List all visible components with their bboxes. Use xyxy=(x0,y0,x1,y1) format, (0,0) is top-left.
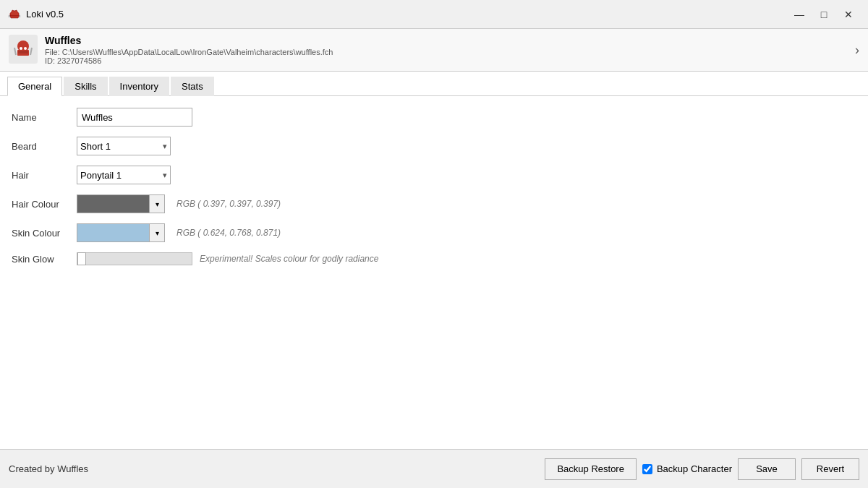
hair-row: Hair Ponytail 1 Ponytail 2 Short 1 Short… xyxy=(12,166,856,184)
hair-select-wrapper: Ponytail 1 Ponytail 2 Short 1 Short 2 Lo… xyxy=(77,166,171,184)
skin-glow-label: Skin Glow xyxy=(12,254,77,265)
app-icon xyxy=(9,9,20,20)
name-input[interactable] xyxy=(77,108,192,127)
hair-select[interactable]: Ponytail 1 Ponytail 2 Short 1 Short 2 Lo… xyxy=(77,166,171,184)
character-id: ID: 2327074586 xyxy=(45,56,848,65)
hair-colour-label: Hair Colour xyxy=(12,199,77,210)
form-area: Name Beard Short 1 Short 2 Long 1 Long 2… xyxy=(0,96,868,449)
svg-rect-5 xyxy=(18,51,28,53)
minimize-button[interactable]: — xyxy=(788,6,810,23)
skin-glow-row: Skin Glow Experimental! Scales colour fo… xyxy=(12,252,856,265)
skin-colour-row: Skin Colour ▾ RGB ( 0.624, 0.768, 0.871) xyxy=(12,223,856,242)
app-title: Loki v0.5 xyxy=(26,9,64,20)
maximize-button[interactable]: □ xyxy=(813,6,835,23)
tab-skills[interactable]: Skills xyxy=(64,77,107,96)
beard-row: Beard Short 1 Short 2 Long 1 Long 2 None xyxy=(12,137,856,155)
title-bar-left: Loki v0.5 xyxy=(9,9,64,20)
beard-select[interactable]: Short 1 Short 2 Long 1 Long 2 None xyxy=(77,137,171,155)
skin-colour-dropdown[interactable]: ▾ xyxy=(149,223,165,242)
beard-select-wrapper: Short 1 Short 2 Long 1 Long 2 None xyxy=(77,137,171,155)
tab-bar: General Skills Inventory Stats xyxy=(0,72,868,96)
skin-colour-rgb: RGB ( 0.624, 0.768, 0.871) xyxy=(176,228,281,238)
backup-char-wrapper: Backup Character xyxy=(642,463,732,474)
footer-buttons: Backup Restore Backup Character Save Rev… xyxy=(545,458,859,480)
glow-slider-wrapper: Experimental! Scales colour for godly ra… xyxy=(77,252,378,265)
beard-label: Beard xyxy=(12,141,77,152)
name-label: Name xyxy=(12,112,77,123)
backup-char-label[interactable]: Backup Character xyxy=(657,463,732,474)
hair-label: Hair xyxy=(12,170,77,181)
collapse-icon[interactable]: › xyxy=(855,43,859,58)
skin-colour-label: Skin Colour xyxy=(12,228,77,239)
hair-colour-rgb: RGB ( 0.397, 0.397, 0.397) xyxy=(176,199,281,209)
character-avatar xyxy=(9,35,38,64)
hair-colour-row: Hair Colour ▾ RGB ( 0.397, 0.397, 0.397) xyxy=(12,194,856,213)
tab-inventory[interactable]: Inventory xyxy=(109,77,169,96)
character-info: Wuffles File: C:\Users\Wuffles\AppData\L… xyxy=(45,35,848,65)
backup-char-checkbox[interactable] xyxy=(642,464,652,474)
skin-colour-picker: ▾ xyxy=(77,223,165,242)
hair-colour-swatch[interactable] xyxy=(77,194,149,213)
title-bar: Loki v0.5 — □ ✕ xyxy=(0,0,868,29)
character-header: Wuffles File: C:\Users\Wuffles\AppData\L… xyxy=(0,29,868,72)
svg-point-7 xyxy=(24,47,27,50)
footer: Created by Wuffles Backup Restore Backup… xyxy=(0,449,868,488)
tab-general[interactable]: General xyxy=(7,77,62,96)
revert-button[interactable]: Revert xyxy=(801,458,859,480)
window-controls: — □ ✕ xyxy=(788,6,859,23)
backup-restore-button[interactable]: Backup Restore xyxy=(545,458,637,480)
character-name: Wuffles xyxy=(45,35,848,46)
svg-point-6 xyxy=(20,47,22,50)
created-by: Created by Wuffles xyxy=(9,463,88,474)
skin-glow-note: Experimental! Scales colour for godly ra… xyxy=(200,254,378,264)
name-row: Name xyxy=(12,108,856,127)
tab-stats[interactable]: Stats xyxy=(171,77,214,96)
hair-colour-dropdown[interactable]: ▾ xyxy=(149,194,165,213)
close-button[interactable]: ✕ xyxy=(838,6,859,23)
save-button[interactable]: Save xyxy=(738,458,796,480)
skin-glow-slider[interactable] xyxy=(77,252,192,265)
character-file: File: C:\Users\Wuffles\AppData\LocalLow\… xyxy=(45,48,848,56)
skin-colour-swatch[interactable] xyxy=(77,223,149,242)
hair-colour-picker: ▾ xyxy=(77,194,165,213)
main-content: General Skills Inventory Stats Name Bear… xyxy=(0,72,868,449)
